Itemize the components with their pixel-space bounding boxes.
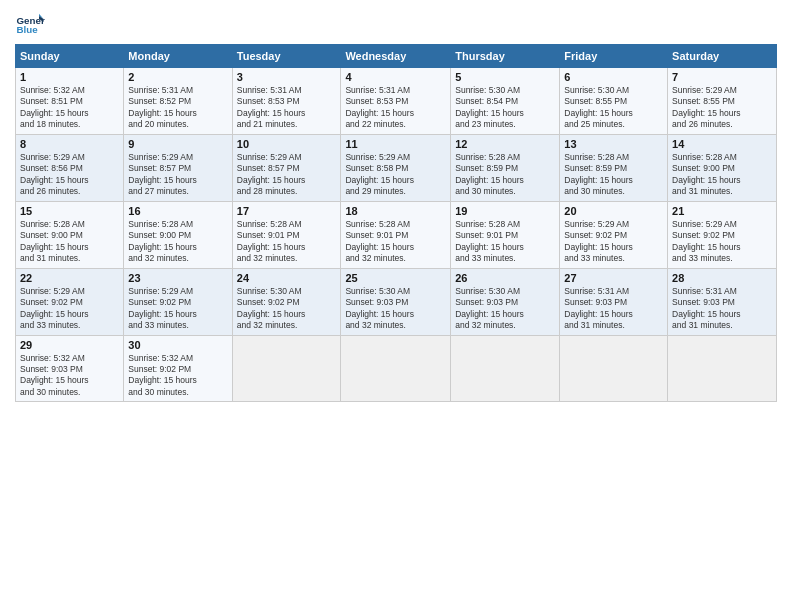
day-number: 2 (128, 71, 227, 83)
day-number: 26 (455, 272, 555, 284)
calendar-cell (341, 335, 451, 402)
day-number: 29 (20, 339, 119, 351)
day-info: Sunrise: 5:28 AM Sunset: 9:00 PM Dayligh… (20, 219, 119, 265)
day-number: 21 (672, 205, 772, 217)
day-number: 5 (455, 71, 555, 83)
day-info: Sunrise: 5:28 AM Sunset: 9:01 PM Dayligh… (237, 219, 337, 265)
day-info: Sunrise: 5:28 AM Sunset: 9:00 PM Dayligh… (672, 152, 772, 198)
calendar-cell: 17Sunrise: 5:28 AM Sunset: 9:01 PM Dayli… (232, 201, 341, 268)
calendar-cell: 22Sunrise: 5:29 AM Sunset: 9:02 PM Dayli… (16, 268, 124, 335)
calendar-cell: 14Sunrise: 5:28 AM Sunset: 9:00 PM Dayli… (668, 134, 777, 201)
day-info: Sunrise: 5:28 AM Sunset: 9:01 PM Dayligh… (345, 219, 446, 265)
calendar-cell: 3Sunrise: 5:31 AM Sunset: 8:53 PM Daylig… (232, 68, 341, 135)
day-info: Sunrise: 5:29 AM Sunset: 8:57 PM Dayligh… (237, 152, 337, 198)
day-number: 25 (345, 272, 446, 284)
header: General Blue (15, 10, 777, 40)
calendar-cell: 8Sunrise: 5:29 AM Sunset: 8:56 PM Daylig… (16, 134, 124, 201)
calendar-cell: 10Sunrise: 5:29 AM Sunset: 8:57 PM Dayli… (232, 134, 341, 201)
calendar-cell: 11Sunrise: 5:29 AM Sunset: 8:58 PM Dayli… (341, 134, 451, 201)
calendar-cell: 18Sunrise: 5:28 AM Sunset: 9:01 PM Dayli… (341, 201, 451, 268)
day-info: Sunrise: 5:29 AM Sunset: 8:56 PM Dayligh… (20, 152, 119, 198)
calendar-cell: 12Sunrise: 5:28 AM Sunset: 8:59 PM Dayli… (451, 134, 560, 201)
calendar-cell: 6Sunrise: 5:30 AM Sunset: 8:55 PM Daylig… (560, 68, 668, 135)
calendar-cell: 13Sunrise: 5:28 AM Sunset: 8:59 PM Dayli… (560, 134, 668, 201)
day-info: Sunrise: 5:29 AM Sunset: 9:02 PM Dayligh… (564, 219, 663, 265)
day-number: 19 (455, 205, 555, 217)
day-info: Sunrise: 5:30 AM Sunset: 9:03 PM Dayligh… (455, 286, 555, 332)
day-info: Sunrise: 5:31 AM Sunset: 8:53 PM Dayligh… (345, 85, 446, 131)
column-header-wednesday: Wednesday (341, 45, 451, 68)
day-info: Sunrise: 5:29 AM Sunset: 8:55 PM Dayligh… (672, 85, 772, 131)
day-number: 4 (345, 71, 446, 83)
column-header-saturday: Saturday (668, 45, 777, 68)
calendar-week-row: 1Sunrise: 5:32 AM Sunset: 8:51 PM Daylig… (16, 68, 777, 135)
day-info: Sunrise: 5:28 AM Sunset: 8:59 PM Dayligh… (564, 152, 663, 198)
calendar-cell: 24Sunrise: 5:30 AM Sunset: 9:02 PM Dayli… (232, 268, 341, 335)
calendar-cell: 25Sunrise: 5:30 AM Sunset: 9:03 PM Dayli… (341, 268, 451, 335)
logo: General Blue (15, 10, 45, 40)
calendar-week-row: 8Sunrise: 5:29 AM Sunset: 8:56 PM Daylig… (16, 134, 777, 201)
day-number: 15 (20, 205, 119, 217)
day-info: Sunrise: 5:32 AM Sunset: 8:51 PM Dayligh… (20, 85, 119, 131)
day-number: 18 (345, 205, 446, 217)
calendar-cell: 7Sunrise: 5:29 AM Sunset: 8:55 PM Daylig… (668, 68, 777, 135)
day-info: Sunrise: 5:30 AM Sunset: 8:54 PM Dayligh… (455, 85, 555, 131)
page: General Blue SundayMondayTuesdayWednesda… (0, 0, 792, 412)
day-info: Sunrise: 5:28 AM Sunset: 9:01 PM Dayligh… (455, 219, 555, 265)
day-number: 12 (455, 138, 555, 150)
day-info: Sunrise: 5:29 AM Sunset: 8:58 PM Dayligh… (345, 152, 446, 198)
calendar-cell: 16Sunrise: 5:28 AM Sunset: 9:00 PM Dayli… (124, 201, 232, 268)
calendar-cell: 21Sunrise: 5:29 AM Sunset: 9:02 PM Dayli… (668, 201, 777, 268)
column-header-tuesday: Tuesday (232, 45, 341, 68)
calendar-cell: 20Sunrise: 5:29 AM Sunset: 9:02 PM Dayli… (560, 201, 668, 268)
day-info: Sunrise: 5:30 AM Sunset: 8:55 PM Dayligh… (564, 85, 663, 131)
day-info: Sunrise: 5:31 AM Sunset: 8:52 PM Dayligh… (128, 85, 227, 131)
calendar-cell: 2Sunrise: 5:31 AM Sunset: 8:52 PM Daylig… (124, 68, 232, 135)
day-number: 14 (672, 138, 772, 150)
day-info: Sunrise: 5:31 AM Sunset: 9:03 PM Dayligh… (672, 286, 772, 332)
day-info: Sunrise: 5:31 AM Sunset: 9:03 PM Dayligh… (564, 286, 663, 332)
calendar-cell: 15Sunrise: 5:28 AM Sunset: 9:00 PM Dayli… (16, 201, 124, 268)
day-number: 10 (237, 138, 337, 150)
calendar-cell: 1Sunrise: 5:32 AM Sunset: 8:51 PM Daylig… (16, 68, 124, 135)
day-number: 11 (345, 138, 446, 150)
calendar-cell: 27Sunrise: 5:31 AM Sunset: 9:03 PM Dayli… (560, 268, 668, 335)
day-number: 9 (128, 138, 227, 150)
calendar-cell: 19Sunrise: 5:28 AM Sunset: 9:01 PM Dayli… (451, 201, 560, 268)
calendar-cell: 4Sunrise: 5:31 AM Sunset: 8:53 PM Daylig… (341, 68, 451, 135)
day-number: 3 (237, 71, 337, 83)
day-number: 6 (564, 71, 663, 83)
day-info: Sunrise: 5:29 AM Sunset: 9:02 PM Dayligh… (20, 286, 119, 332)
column-header-monday: Monday (124, 45, 232, 68)
calendar-cell (560, 335, 668, 402)
calendar-week-row: 15Sunrise: 5:28 AM Sunset: 9:00 PM Dayli… (16, 201, 777, 268)
calendar-cell (451, 335, 560, 402)
day-number: 13 (564, 138, 663, 150)
day-number: 30 (128, 339, 227, 351)
column-header-friday: Friday (560, 45, 668, 68)
calendar-cell: 9Sunrise: 5:29 AM Sunset: 8:57 PM Daylig… (124, 134, 232, 201)
calendar-cell: 23Sunrise: 5:29 AM Sunset: 9:02 PM Dayli… (124, 268, 232, 335)
calendar-cell: 26Sunrise: 5:30 AM Sunset: 9:03 PM Dayli… (451, 268, 560, 335)
calendar-cell: 5Sunrise: 5:30 AM Sunset: 8:54 PM Daylig… (451, 68, 560, 135)
day-info: Sunrise: 5:29 AM Sunset: 9:02 PM Dayligh… (128, 286, 227, 332)
day-number: 8 (20, 138, 119, 150)
day-info: Sunrise: 5:31 AM Sunset: 8:53 PM Dayligh… (237, 85, 337, 131)
calendar-week-row: 22Sunrise: 5:29 AM Sunset: 9:02 PM Dayli… (16, 268, 777, 335)
day-info: Sunrise: 5:32 AM Sunset: 9:03 PM Dayligh… (20, 353, 119, 399)
calendar-cell (232, 335, 341, 402)
column-header-thursday: Thursday (451, 45, 560, 68)
calendar-cell: 29Sunrise: 5:32 AM Sunset: 9:03 PM Dayli… (16, 335, 124, 402)
day-info: Sunrise: 5:29 AM Sunset: 8:57 PM Dayligh… (128, 152, 227, 198)
day-info: Sunrise: 5:28 AM Sunset: 9:00 PM Dayligh… (128, 219, 227, 265)
day-number: 27 (564, 272, 663, 284)
day-number: 17 (237, 205, 337, 217)
day-number: 23 (128, 272, 227, 284)
day-info: Sunrise: 5:30 AM Sunset: 9:03 PM Dayligh… (345, 286, 446, 332)
day-number: 16 (128, 205, 227, 217)
calendar-cell: 30Sunrise: 5:32 AM Sunset: 9:02 PM Dayli… (124, 335, 232, 402)
day-info: Sunrise: 5:30 AM Sunset: 9:02 PM Dayligh… (237, 286, 337, 332)
logo-icon: General Blue (15, 10, 45, 40)
calendar-cell: 28Sunrise: 5:31 AM Sunset: 9:03 PM Dayli… (668, 268, 777, 335)
day-number: 22 (20, 272, 119, 284)
